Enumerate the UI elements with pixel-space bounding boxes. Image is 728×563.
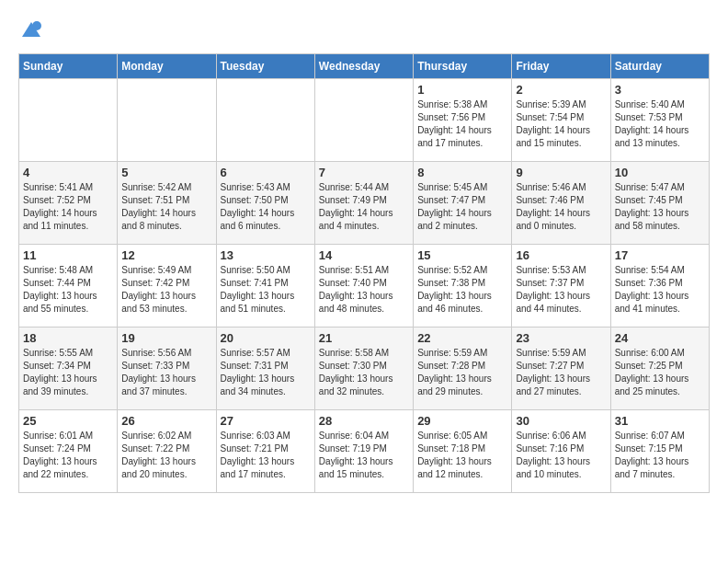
day-number: 3 — [615, 83, 705, 97]
day-number: 12 — [121, 248, 211, 262]
day-number: 17 — [615, 248, 705, 262]
day-cell: 22Sunrise: 5:59 AM Sunset: 7:28 PM Dayli… — [414, 327, 512, 410]
day-cell: 11Sunrise: 5:48 AM Sunset: 7:44 PM Dayli… — [19, 245, 118, 327]
day-info: Sunrise: 6:04 AM Sunset: 7:19 PM Dayligh… — [319, 430, 409, 481]
day-info: Sunrise: 5:48 AM Sunset: 7:44 PM Dayligh… — [23, 264, 113, 316]
day-cell — [118, 79, 216, 162]
day-number: 9 — [516, 166, 606, 179]
day-number: 21 — [319, 331, 409, 345]
day-cell: 15Sunrise: 5:52 AM Sunset: 7:38 PM Dayli… — [414, 245, 512, 327]
day-cell — [216, 79, 314, 162]
day-cell: 1Sunrise: 5:38 AM Sunset: 7:56 PM Daylig… — [414, 79, 512, 162]
day-info: Sunrise: 5:41 AM Sunset: 7:52 PM Dayligh… — [23, 181, 113, 233]
day-info: Sunrise: 5:38 AM Sunset: 7:56 PM Dayligh… — [417, 98, 507, 150]
day-number: 1 — [417, 83, 507, 97]
page-header — [18, 18, 710, 44]
day-info: Sunrise: 5:39 AM Sunset: 7:54 PM Dayligh… — [516, 98, 606, 150]
day-cell: 8Sunrise: 5:45 AM Sunset: 7:47 PM Daylig… — [414, 162, 512, 245]
week-row-1: 1Sunrise: 5:38 AM Sunset: 7:56 PM Daylig… — [19, 79, 710, 162]
day-number: 6 — [221, 166, 311, 179]
day-info: Sunrise: 6:01 AM Sunset: 7:24 PM Dayligh… — [23, 430, 113, 481]
day-info: Sunrise: 5:42 AM Sunset: 7:51 PM Dayligh… — [121, 181, 211, 233]
day-number: 13 — [221, 248, 311, 262]
day-cell: 12Sunrise: 5:49 AM Sunset: 7:42 PM Dayli… — [118, 245, 216, 327]
day-cell: 19Sunrise: 5:56 AM Sunset: 7:33 PM Dayli… — [118, 327, 216, 410]
day-info: Sunrise: 5:40 AM Sunset: 7:53 PM Dayligh… — [615, 98, 705, 150]
day-cell: 9Sunrise: 5:46 AM Sunset: 7:46 PM Daylig… — [512, 162, 610, 245]
day-number: 24 — [615, 331, 705, 345]
day-cell: 18Sunrise: 5:55 AM Sunset: 7:34 PM Dayli… — [19, 327, 118, 410]
day-info: Sunrise: 5:51 AM Sunset: 7:40 PM Dayligh… — [319, 264, 409, 316]
day-cell: 7Sunrise: 5:44 AM Sunset: 7:49 PM Daylig… — [314, 162, 413, 245]
header-weekday-saturday: Saturday — [610, 54, 709, 79]
day-info: Sunrise: 5:46 AM Sunset: 7:46 PM Dayligh… — [516, 181, 606, 233]
day-number: 2 — [516, 83, 606, 97]
day-number: 19 — [121, 331, 211, 345]
day-info: Sunrise: 6:00 AM Sunset: 7:25 PM Dayligh… — [615, 347, 705, 398]
day-number: 20 — [221, 331, 311, 345]
logo-icon — [18, 18, 44, 44]
day-cell: 4Sunrise: 5:41 AM Sunset: 7:52 PM Daylig… — [19, 162, 118, 245]
day-cell: 23Sunrise: 5:59 AM Sunset: 7:27 PM Dayli… — [512, 327, 610, 410]
day-info: Sunrise: 5:45 AM Sunset: 7:47 PM Dayligh… — [417, 181, 507, 233]
day-info: Sunrise: 6:06 AM Sunset: 7:16 PM Dayligh… — [516, 430, 606, 481]
day-cell: 28Sunrise: 6:04 AM Sunset: 7:19 PM Dayli… — [314, 410, 413, 493]
week-row-3: 11Sunrise: 5:48 AM Sunset: 7:44 PM Dayli… — [19, 245, 710, 327]
day-cell: 13Sunrise: 5:50 AM Sunset: 7:41 PM Dayli… — [216, 245, 314, 327]
day-cell: 29Sunrise: 6:05 AM Sunset: 7:18 PM Dayli… — [414, 410, 512, 493]
day-number: 4 — [23, 166, 113, 179]
day-info: Sunrise: 6:05 AM Sunset: 7:18 PM Dayligh… — [417, 430, 507, 481]
header-weekday-wednesday: Wednesday — [314, 54, 413, 79]
week-row-4: 18Sunrise: 5:55 AM Sunset: 7:34 PM Dayli… — [19, 327, 710, 410]
day-cell: 27Sunrise: 6:03 AM Sunset: 7:21 PM Dayli… — [216, 410, 314, 493]
day-number: 29 — [417, 414, 507, 428]
day-info: Sunrise: 5:56 AM Sunset: 7:33 PM Dayligh… — [121, 347, 211, 398]
day-cell: 24Sunrise: 6:00 AM Sunset: 7:25 PM Dayli… — [610, 327, 709, 410]
day-number: 15 — [417, 248, 507, 262]
day-info: Sunrise: 6:07 AM Sunset: 7:15 PM Dayligh… — [615, 430, 705, 481]
day-number: 16 — [516, 248, 606, 262]
day-info: Sunrise: 6:02 AM Sunset: 7:22 PM Dayligh… — [121, 430, 211, 481]
header-weekday-friday: Friday — [512, 54, 610, 79]
day-number: 30 — [516, 414, 606, 428]
day-info: Sunrise: 6:03 AM Sunset: 7:21 PM Dayligh… — [221, 430, 311, 481]
day-info: Sunrise: 5:59 AM Sunset: 7:27 PM Dayligh… — [516, 347, 606, 398]
day-cell: 21Sunrise: 5:58 AM Sunset: 7:30 PM Dayli… — [314, 327, 413, 410]
day-number: 14 — [319, 248, 409, 262]
day-info: Sunrise: 5:58 AM Sunset: 7:30 PM Dayligh… — [319, 347, 409, 398]
day-info: Sunrise: 5:54 AM Sunset: 7:36 PM Dayligh… — [615, 264, 705, 316]
week-row-2: 4Sunrise: 5:41 AM Sunset: 7:52 PM Daylig… — [19, 162, 710, 245]
day-number: 18 — [23, 331, 113, 345]
day-cell: 14Sunrise: 5:51 AM Sunset: 7:40 PM Dayli… — [314, 245, 413, 327]
day-info: Sunrise: 5:43 AM Sunset: 7:50 PM Dayligh… — [221, 181, 311, 233]
day-number: 5 — [121, 166, 211, 179]
day-cell: 2Sunrise: 5:39 AM Sunset: 7:54 PM Daylig… — [512, 79, 610, 162]
day-number: 23 — [516, 331, 606, 345]
day-number: 8 — [417, 166, 507, 179]
calendar-table: SundayMondayTuesdayWednesdayThursdayFrid… — [18, 53, 710, 493]
header-weekday-tuesday: Tuesday — [216, 54, 314, 79]
logo — [18, 18, 48, 44]
day-number: 22 — [417, 331, 507, 345]
day-number: 31 — [615, 414, 705, 428]
day-number: 10 — [615, 166, 705, 179]
header-weekday-thursday: Thursday — [414, 54, 512, 79]
day-number: 7 — [319, 166, 409, 179]
day-info: Sunrise: 5:50 AM Sunset: 7:41 PM Dayligh… — [221, 264, 311, 316]
day-number: 11 — [23, 248, 113, 262]
svg-point-2 — [32, 21, 41, 30]
day-info: Sunrise: 5:55 AM Sunset: 7:34 PM Dayligh… — [23, 347, 113, 398]
day-cell: 26Sunrise: 6:02 AM Sunset: 7:22 PM Dayli… — [118, 410, 216, 493]
day-info: Sunrise: 5:57 AM Sunset: 7:31 PM Dayligh… — [221, 347, 311, 398]
day-cell — [314, 79, 413, 162]
day-info: Sunrise: 5:53 AM Sunset: 7:37 PM Dayligh… — [516, 264, 606, 316]
day-cell: 16Sunrise: 5:53 AM Sunset: 7:37 PM Dayli… — [512, 245, 610, 327]
day-info: Sunrise: 5:47 AM Sunset: 7:45 PM Dayligh… — [615, 181, 705, 233]
calendar-header: SundayMondayTuesdayWednesdayThursdayFrid… — [19, 54, 710, 79]
week-row-5: 25Sunrise: 6:01 AM Sunset: 7:24 PM Dayli… — [19, 410, 710, 493]
day-cell: 30Sunrise: 6:06 AM Sunset: 7:16 PM Dayli… — [512, 410, 610, 493]
day-cell: 31Sunrise: 6:07 AM Sunset: 7:15 PM Dayli… — [610, 410, 709, 493]
day-info: Sunrise: 5:44 AM Sunset: 7:49 PM Dayligh… — [319, 181, 409, 233]
day-cell: 10Sunrise: 5:47 AM Sunset: 7:45 PM Dayli… — [610, 162, 709, 245]
day-cell: 6Sunrise: 5:43 AM Sunset: 7:50 PM Daylig… — [216, 162, 314, 245]
